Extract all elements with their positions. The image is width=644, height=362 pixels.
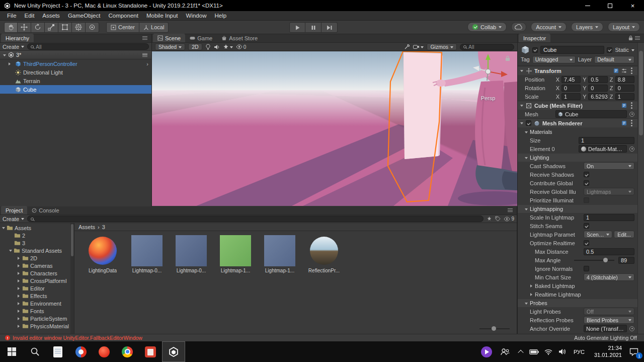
network-icon[interactable] <box>541 341 555 362</box>
search-by-label-icon[interactable] <box>495 216 501 222</box>
inspector-lock-icon[interactable] <box>628 35 633 41</box>
project-search-input[interactable] <box>27 215 484 222</box>
cloud-button[interactable] <box>511 22 526 32</box>
hierarchy-item-terrain[interactable]: Terrain <box>0 77 151 85</box>
scale-x-field[interactable]: 1 <box>561 93 581 100</box>
folder-row[interactable]: 2D <box>0 254 74 262</box>
probes-foldout[interactable]: Probes <box>518 299 637 307</box>
cast-shadows-dropdown[interactable]: On <box>584 162 634 170</box>
hierarchy-menu-icon[interactable] <box>142 36 147 40</box>
asset-lightmap[interactable]: Lightmap-1... <box>216 235 255 273</box>
object-picker-icon[interactable] <box>629 112 634 117</box>
menu-item-component[interactable]: Component <box>104 13 142 19</box>
project-menu-icon[interactable] <box>508 208 513 212</box>
receive-shadows-checkbox[interactable] <box>584 172 589 177</box>
taskbar-app-red[interactable] <box>139 341 162 362</box>
folder-row[interactable]: PhysicsMaterial <box>0 322 74 330</box>
layers-dropdown[interactable]: Layers <box>571 22 603 32</box>
scene-visibility-toggle[interactable]: 0 <box>236 44 247 50</box>
max-angle-field[interactable]: 89 <box>618 257 634 264</box>
scene-tools-icon[interactable] <box>404 44 410 50</box>
step-button[interactable] <box>321 22 338 33</box>
pause-button[interactable] <box>305 22 321 33</box>
asset-lightmap[interactable]: Lightmap-0... <box>128 235 166 273</box>
taskbar-app-chrome[interactable] <box>116 341 139 362</box>
component-enabled-checkbox[interactable] <box>526 120 531 126</box>
light-probes-dropdown[interactable]: Off <box>584 308 634 315</box>
lightmap-params-dropdown[interactable]: Scene Defaul <box>584 231 612 238</box>
folder-row[interactable]: 2 <box>0 232 74 239</box>
foldout-icon[interactable] <box>520 122 523 126</box>
rotation-local-button[interactable]: Local <box>139 22 169 33</box>
hierarchy-search-input[interactable]: All <box>27 43 149 50</box>
battery-icon[interactable] <box>527 341 541 362</box>
close-button[interactable]: × <box>621 0 644 11</box>
tab-console[interactable]: Console <box>27 206 63 214</box>
rotation-y-field[interactable]: 0 <box>588 85 607 92</box>
folder-row[interactable]: CrossPlatformI <box>0 277 74 284</box>
start-button[interactable] <box>0 341 23 362</box>
collab-dropdown[interactable]: Collab <box>467 22 507 32</box>
scene-search-input[interactable]: All <box>460 44 514 50</box>
folder-row[interactable]: Cameras <box>0 262 74 269</box>
asset-reflectionprobe[interactable]: ReflectionPr... <box>305 235 343 273</box>
tab-hierarchy[interactable]: Hierarchy <box>1 34 34 42</box>
folder-row-assets[interactable]: Assets <box>0 224 74 232</box>
scene-viewport[interactable]: Persp <box>152 51 517 206</box>
foldout-icon[interactable] <box>520 105 523 108</box>
tab-game[interactable]: Game <box>185 34 217 42</box>
object-picker-icon[interactable] <box>629 326 634 331</box>
meshfilter-component-header[interactable]: Cube (Mesh Filter) <box>518 101 637 110</box>
scale-tool-button[interactable] <box>45 22 58 33</box>
rotation-z-field[interactable]: 0 <box>615 85 634 92</box>
contribute-gi-checkbox[interactable] <box>584 180 589 186</box>
search-by-type-icon[interactable] <box>487 216 492 222</box>
folder-row[interactable]: Characters <box>0 269 74 277</box>
menu-item-file[interactable]: File <box>3 13 21 19</box>
taskbar-clock[interactable]: 21:34 31.01.2021 <box>589 345 624 359</box>
taskbar-app-browser2[interactable] <box>93 341 116 362</box>
action-center-button[interactable]: 1 <box>624 341 644 362</box>
static-checkbox[interactable] <box>607 47 612 53</box>
foldout-icon[interactable] <box>520 70 523 74</box>
tab-inspector[interactable]: Inspector <box>519 34 550 42</box>
scene-lighting-toggle[interactable] <box>205 44 211 50</box>
stitch-seams-checkbox[interactable] <box>584 223 589 229</box>
rect-tool-button[interactable] <box>58 22 72 33</box>
taskbar-search-button[interactable] <box>23 341 46 362</box>
asset-lightmap[interactable]: Lightmap-1... <box>261 235 299 273</box>
tab-project[interactable]: Project <box>1 206 27 214</box>
menu-item-help[interactable]: Help <box>210 13 230 19</box>
scale-in-lightmap-field[interactable]: 1 <box>584 214 634 221</box>
breadcrumb-root[interactable]: Assets <box>78 224 95 230</box>
move-tool-button[interactable] <box>18 22 31 33</box>
draw-mode-dropdown[interactable]: Shaded <box>155 43 185 50</box>
position-y-field[interactable]: 0.5 <box>588 76 607 83</box>
inspector-menu-icon[interactable] <box>635 36 640 40</box>
lightmapping-foldout[interactable]: Lightmapping <box>518 205 637 213</box>
tray-app-music[interactable] <box>477 341 496 362</box>
help-icon[interactable] <box>621 103 627 108</box>
component-menu-icon[interactable] <box>631 70 632 71</box>
menu-item-window[interactable]: Window <box>182 13 211 19</box>
gameobject-name-field[interactable]: Cube <box>540 46 604 54</box>
transform-tool-button[interactable] <box>72 22 86 33</box>
scene-audio-toggle[interactable] <box>214 44 220 50</box>
tag-dropdown[interactable]: Untagged <box>532 56 576 63</box>
pivot-center-button[interactable]: Center <box>106 22 139 33</box>
tab-scene[interactable]: Scene <box>153 34 185 42</box>
maximize-button[interactable] <box>599 0 621 11</box>
help-icon[interactable] <box>613 68 619 74</box>
inspector-scrollbar[interactable] <box>637 43 644 334</box>
mesh-object-field[interactable]: Cube <box>555 110 627 118</box>
gizmo-lock-icon[interactable] <box>505 55 510 61</box>
scene-options-icon[interactable] <box>142 53 147 57</box>
breadcrumb-current[interactable]: 3 <box>102 224 105 230</box>
volume-icon[interactable] <box>555 341 570 362</box>
prefab-open-chevron[interactable]: › <box>146 61 148 67</box>
custom-tool-button[interactable] <box>86 22 99 33</box>
scene-header-row[interactable]: 3* <box>0 51 151 59</box>
scale-z-field[interactable]: 1 <box>615 93 634 100</box>
menu-item-mobile-input[interactable]: Mobile Input <box>142 13 182 19</box>
layout-dropdown[interactable]: Layout <box>608 22 640 32</box>
